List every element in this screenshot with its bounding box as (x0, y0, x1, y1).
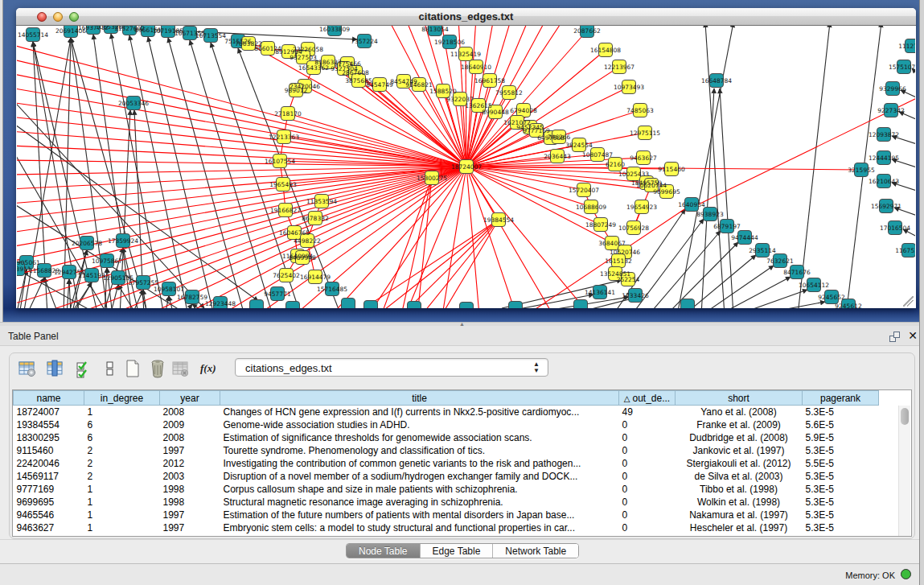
column-header-name[interactable]: name (14, 391, 84, 406)
import-table-icon[interactable] (75, 359, 94, 378)
node-table[interactable]: namein_degreeyeartitle△out_de...shortpag… (12, 389, 912, 537)
svg-text:2935114: 2935114 (749, 247, 776, 254)
select-columns-icon[interactable] (46, 359, 65, 378)
svg-text:252254: 252254 (617, 276, 640, 283)
disabled-table-icon[interactable] (170, 359, 190, 378)
column-header-in_degree[interactable]: in_degree (84, 391, 160, 406)
graph-node[interactable] (408, 302, 421, 309)
citation-network-graph[interactable]: 1405571420691406169377121065328711527602… (17, 26, 915, 308)
table-row[interactable]: 946362711997Embryonic stem cells: a mode… (14, 521, 879, 534)
column-header-year[interactable]: year (160, 391, 220, 406)
table-panel-header: Table Panel ✕ (0, 326, 924, 346)
status-bar: Memory: OK (0, 563, 924, 585)
close-panel-icon[interactable]: ✕ (908, 330, 918, 341)
graph-node[interactable] (460, 303, 474, 309)
tabs-separator (0, 539, 924, 540)
svg-text:10975867: 10975867 (92, 257, 122, 265)
svg-text:9146821: 9146821 (405, 81, 433, 89)
window-resize-grip[interactable] (903, 296, 914, 307)
rows-icon[interactable] (101, 359, 120, 378)
svg-text:10688609: 10688609 (576, 204, 606, 211)
svg-text:18724007: 18724007 (451, 163, 482, 171)
svg-text:989012: 989012 (285, 87, 308, 94)
table-row[interactable]: 911546021997Tourette syndrome. Phenomeno… (14, 444, 879, 457)
float-panel-icon[interactable] (889, 332, 900, 342)
table-panel-box: citations_edges.txt ▲▼ f(x) namein_degre… (9, 352, 915, 539)
network-window[interactable]: citations_edges.txt 14055714206914061693… (16, 8, 916, 308)
svg-text:10756928: 10756928 (618, 225, 649, 232)
svg-text:18807249: 18807249 (585, 221, 616, 229)
table-row[interactable]: 977716911998Corpus callosum shape and si… (14, 483, 879, 496)
svg-text:12975115: 12975115 (630, 130, 660, 137)
network-window-titlebar[interactable]: citations_edges.txt (16, 8, 916, 26)
graph-node[interactable] (364, 301, 378, 309)
svg-text:19218506: 19218506 (434, 39, 465, 46)
column-header-short[interactable]: short (676, 391, 803, 406)
svg-text:10520746: 10520746 (610, 249, 640, 256)
svg-text:7632621: 7632621 (766, 257, 794, 265)
column-header-pagerank[interactable]: pagerank (803, 391, 879, 406)
svg-text:8454749: 8454749 (366, 81, 393, 89)
memory-status-indicator[interactable] (901, 569, 911, 579)
graph-node[interactable] (342, 299, 355, 309)
svg-text:16961758: 16961758 (474, 77, 505, 84)
svg-text:17359924: 17359924 (108, 237, 138, 245)
sort-ascending-icon: △ (624, 394, 630, 403)
svg-text:1965493: 1965493 (269, 181, 297, 188)
svg-text:16154808: 16154808 (590, 47, 621, 54)
graph-node[interactable] (250, 300, 264, 309)
svg-text:10654112: 10654112 (799, 282, 829, 289)
svg-text:3684067: 3684067 (598, 240, 626, 247)
table-row[interactable]: 1456911722003Disruption of a novel membe… (14, 470, 879, 483)
svg-text:8813054: 8813054 (421, 26, 449, 33)
table-settings-icon[interactable] (18, 359, 37, 378)
svg-text:15692971: 15692971 (871, 203, 901, 210)
svg-text:10958107: 10958107 (154, 286, 184, 293)
svg-text:23226058: 23226058 (293, 46, 323, 53)
graph-node[interactable] (286, 302, 300, 309)
table-row[interactable]: 1830029562008Estimation of significance … (14, 431, 879, 444)
svg-text:3824554: 3824554 (565, 142, 593, 149)
svg-text:10807487: 10807487 (582, 151, 613, 159)
table-row[interactable]: 2242004622012Investigating the contribut… (14, 457, 879, 470)
svg-text:15300275: 15300275 (417, 175, 447, 182)
table-row[interactable]: 1938455462009Genome-wide association stu… (14, 418, 879, 431)
app-right-edge-top (919, 0, 924, 322)
tab-edge-table[interactable]: Edge Table (421, 544, 494, 558)
column-header-title[interactable]: title (220, 391, 619, 406)
tab-network-table[interactable]: Network Table (493, 544, 578, 558)
cytoscape-app: {"window":{"title":"citations_edges.txt"… (0, 0, 924, 585)
function-builder-icon[interactable]: f(x) (200, 359, 220, 378)
svg-text:20206578: 20206578 (72, 240, 102, 247)
network-window-title: citations_edges.txt (16, 10, 916, 23)
column-header-out_de[interactable]: △out_de... (619, 391, 676, 406)
table-row[interactable]: 969969511998Structural magnetic resonanc… (14, 496, 879, 509)
svg-text:15751074: 15751074 (889, 64, 915, 71)
svg-text:19384554: 19384554 (483, 216, 514, 224)
svg-text:15720407: 15720407 (569, 187, 599, 194)
network-table-select-value: citations_edges.txt (245, 362, 332, 374)
svg-text:14055714: 14055714 (18, 31, 48, 39)
graph-node[interactable] (509, 302, 523, 309)
svg-text:19166827: 19166827 (270, 207, 301, 214)
network-table-select[interactable]: citations_edges.txt ▲▼ (235, 358, 548, 377)
svg-text:11325419: 11325419 (450, 51, 481, 58)
svg-text:12213363: 12213363 (269, 134, 299, 141)
svg-text:9699695: 9699695 (653, 188, 680, 196)
scrollbar-thumb[interactable] (901, 408, 909, 425)
table-vertical-scrollbar[interactable] (898, 406, 910, 536)
table-row[interactable]: 946554611997Estimation of the future num… (14, 509, 879, 521)
svg-text:8990448: 8990448 (482, 109, 509, 116)
svg-text:16033809: 16033809 (319, 26, 350, 33)
graph-node[interactable] (681, 299, 695, 309)
svg-text:2718170: 2718170 (274, 110, 302, 117)
network-canvas[interactable]: 1405571420691406169377121065328711527602… (17, 26, 915, 308)
table-panel-title: Table Panel (8, 331, 59, 342)
delete-icon[interactable] (148, 359, 167, 378)
svg-text:9115460: 9115460 (658, 166, 685, 173)
graph-node[interactable] (574, 300, 588, 309)
tab-node-table[interactable]: Node Table (347, 544, 421, 558)
table-row[interactable]: 1872400712008Changes of HCN gene express… (14, 406, 879, 418)
svg-text:1588520: 1588520 (429, 88, 457, 95)
new-file-icon[interactable] (123, 359, 142, 378)
